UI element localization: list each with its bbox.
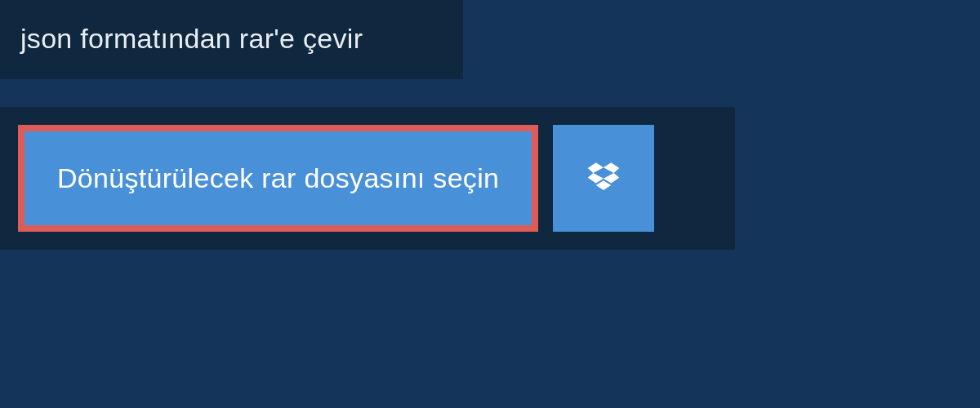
dropbox-icon xyxy=(586,160,621,197)
dropbox-button[interactable] xyxy=(553,125,654,232)
button-panel: Dönüştürülecek rar dosyasını seçin xyxy=(0,107,735,250)
file-select-button[interactable]: Dönüştürülecek rar dosyasını seçin xyxy=(18,125,538,232)
page-title: json formatından rar'e çevir xyxy=(20,23,439,55)
header-bar: json formatından rar'e çevir xyxy=(0,0,463,79)
